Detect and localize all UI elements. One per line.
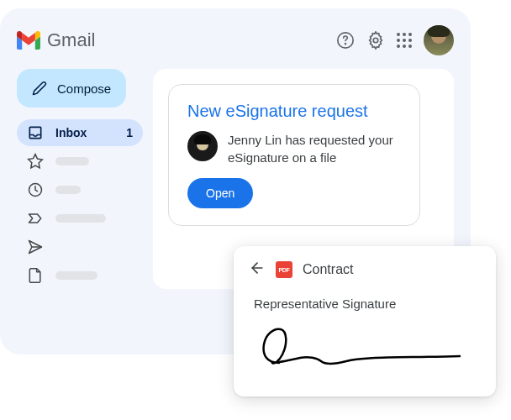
svg-point-4	[403, 33, 406, 36]
compose-button[interactable]: Compose	[17, 69, 126, 108]
svg-point-1	[345, 44, 346, 45]
svg-point-8	[408, 39, 412, 42]
svg-point-5	[408, 33, 412, 36]
header: Gmail	[17, 24, 454, 57]
user-avatar[interactable]	[424, 25, 454, 55]
pdf-badge-icon: PDF	[276, 261, 292, 278]
esignature-card: New eSignature request Jenny Lin has req…	[168, 84, 420, 226]
sidebar-item-starred[interactable]	[17, 148, 143, 175]
svg-point-11	[408, 45, 412, 48]
help-icon[interactable]	[336, 31, 355, 50]
open-button[interactable]: Open	[187, 178, 253, 208]
star-icon	[27, 153, 44, 170]
back-arrow-icon[interactable]	[249, 260, 266, 280]
svg-point-7	[403, 39, 406, 42]
svg-point-9	[397, 45, 400, 48]
svg-point-3	[397, 33, 400, 36]
placeholder	[55, 157, 89, 165]
inbox-count: 1	[126, 126, 133, 139]
compose-label: Compose	[57, 81, 111, 96]
requester-avatar	[187, 131, 218, 161]
sidebar-item-snoozed[interactable]	[17, 176, 143, 203]
inbox-label: Inbox	[55, 126, 114, 139]
sent-icon	[27, 239, 44, 255]
settings-gear-icon[interactable]	[366, 31, 385, 50]
header-left: Gmail	[17, 29, 95, 51]
contract-header: PDF Contract	[249, 260, 481, 280]
contract-card: PDF Contract Representative Signature	[234, 246, 496, 396]
sidebar-item-inbox[interactable]: Inbox 1	[17, 119, 143, 146]
placeholder	[55, 186, 81, 194]
esignature-body: Jenny Lin has requested your eSignature …	[187, 131, 401, 166]
svg-point-2	[373, 38, 378, 43]
document-icon	[27, 267, 44, 284]
important-icon	[27, 210, 44, 227]
apps-grid-icon[interactable]	[397, 33, 412, 48]
clock-icon	[27, 181, 44, 198]
inbox-icon	[27, 124, 44, 141]
header-right	[336, 25, 454, 55]
placeholder	[55, 214, 106, 223]
esignature-title: New eSignature request	[187, 102, 401, 121]
app-title: Gmail	[47, 29, 95, 51]
contract-title: Contract	[303, 262, 353, 277]
sidebar-item-important[interactable]	[17, 205, 143, 232]
signature-drawing	[254, 323, 481, 373]
svg-point-10	[403, 45, 406, 48]
sidebar: Compose Inbox 1	[17, 69, 143, 289]
signature-label: Representative Signature	[254, 297, 481, 311]
pencil-icon	[32, 81, 47, 96]
svg-point-6	[397, 39, 400, 42]
gmail-logo-icon	[17, 31, 40, 50]
sidebar-item-sent[interactable]	[17, 234, 143, 260]
placeholder	[55, 271, 97, 280]
esignature-message: Jenny Lin has requested your eSignature …	[228, 131, 401, 166]
sidebar-item-drafts[interactable]	[17, 262, 143, 289]
